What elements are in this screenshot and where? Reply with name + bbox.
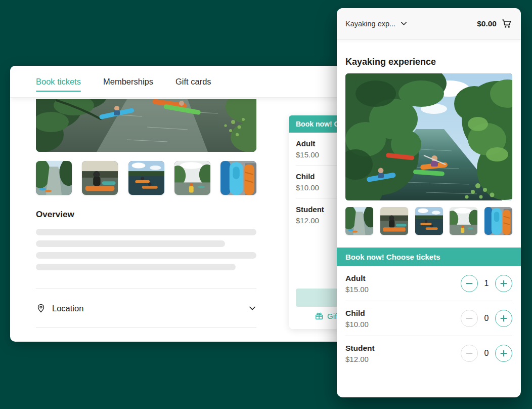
gift-icon: [315, 311, 324, 320]
tab-bar: Book tickets Memberships Gift cards: [10, 66, 349, 98]
thumb-river-trees-graphic: [36, 161, 72, 195]
experience-thumbnails: [345, 207, 512, 235]
river-photo-graphic: [36, 99, 256, 152]
thumb-lake-kayaks-graphic: [128, 161, 164, 195]
quantity-stepper: 1: [461, 275, 512, 292]
tab-memberships[interactable]: Memberships: [103, 66, 153, 97]
quantity-stepper: 0: [461, 345, 512, 362]
skeleton-line: [36, 240, 225, 247]
tab-gift-cards-label: Gift cards: [175, 77, 211, 87]
skeleton-line: [36, 252, 256, 259]
river-scene-graphic: [345, 73, 512, 200]
gallery-thumbnail-2[interactable]: [82, 161, 118, 195]
section-divider: [36, 289, 256, 289]
thumb-river-cloudy-graphic: [450, 207, 477, 235]
ticket-price: $12.00: [345, 355, 375, 363]
quantity-stepper: 0: [461, 310, 512, 327]
thumb-river-trees-graphic: [345, 207, 373, 235]
increase-quantity-button[interactable]: [495, 345, 512, 362]
experience-thumbnail-3[interactable]: [415, 207, 443, 235]
choose-tickets-banner: Book now! Choose tickets: [337, 248, 521, 266]
cart-total: $0.00: [477, 19, 497, 28]
location-accordion[interactable]: Location: [36, 299, 256, 318]
quantity-value: 0: [478, 314, 495, 323]
gallery-main-photo[interactable]: [36, 99, 256, 152]
thumb-person-kayak-graphic: [82, 161, 118, 195]
ticket-row-student: Student $12.00 0: [345, 336, 512, 371]
gift-tickets-link[interactable]: Gift: [315, 311, 339, 320]
ticket-selector-list: Adult $15.00 1 Child $10.00 0: [337, 266, 521, 371]
page-background: Book tickets Memberships Gift cards: [0, 0, 532, 409]
location-label: Location: [52, 304, 248, 313]
gallery-thumbnail-5[interactable]: [220, 161, 256, 195]
increase-quantity-button[interactable]: [495, 310, 512, 327]
tab-book-tickets[interactable]: Book tickets: [36, 66, 81, 97]
gallery-thumbnail-1[interactable]: [36, 161, 72, 195]
increase-quantity-button[interactable]: [495, 275, 512, 292]
ticket-row-adult: Adult $15.00 1: [345, 266, 512, 301]
ticket-price: $10.00: [345, 320, 369, 329]
chevron-down-icon: [400, 20, 408, 28]
decrease-quantity-button[interactable]: [461, 345, 478, 362]
thumb-lake-kayaks-graphic: [415, 207, 443, 235]
checkout-widget: Kayaking exp... $0.00 Kayakin: [337, 8, 521, 397]
thumb-kayaks-closeup-graphic: [220, 161, 256, 195]
experience-thumbnail-2[interactable]: [380, 207, 408, 235]
tab-memberships-label: Memberships: [103, 77, 153, 87]
quantity-value: 1: [478, 279, 495, 288]
ticket-info: Adult $15.00: [345, 274, 369, 294]
chevron-down-icon: [248, 304, 256, 312]
ticket-name: Child: [345, 309, 369, 318]
quantity-value: 0: [478, 349, 495, 358]
ticket-row-child: Child $10.00 0: [345, 301, 512, 336]
thumb-person-kayak-graphic: [380, 207, 408, 235]
thumb-river-cloudy-graphic: [174, 161, 210, 195]
section-divider: [36, 328, 256, 328]
cart-summary[interactable]: $0.00: [477, 18, 512, 29]
ticket-name: Student: [345, 344, 375, 353]
experience-thumbnail-5[interactable]: [484, 207, 512, 235]
ticket-name: Adult: [345, 274, 369, 283]
overview-heading: Overview: [36, 210, 74, 220]
ticket-price: $15.00: [345, 285, 369, 294]
thumb-kayaks-closeup-graphic: [484, 207, 512, 235]
gallery-thumbnail-3[interactable]: [128, 161, 164, 195]
experience-main-photo[interactable]: [345, 73, 512, 200]
skeleton-line: [36, 229, 256, 235]
decrease-quantity-button[interactable]: [461, 310, 478, 327]
experience-thumbnail-1[interactable]: [345, 207, 373, 235]
ticket-info: Student $12.00: [345, 344, 375, 363]
widget-top-bar: Kayaking exp... $0.00: [337, 8, 521, 39]
ticket-info: Child $10.00: [345, 309, 369, 329]
gallery-thumbnails: [36, 161, 256, 195]
tab-book-tickets-label: Book tickets: [36, 77, 81, 87]
experience-thumbnail-4[interactable]: [450, 207, 477, 235]
skeleton-line: [36, 264, 236, 270]
tab-gift-cards[interactable]: Gift cards: [175, 66, 211, 97]
shopping-cart-icon: [501, 18, 512, 29]
decrease-quantity-button[interactable]: [461, 275, 478, 292]
map-pin-icon: [36, 303, 46, 313]
experience-selector-label: Kayaking exp...: [345, 20, 395, 28]
experience-title: Kayaking experience: [345, 57, 436, 67]
gallery-thumbnail-4[interactable]: [174, 161, 210, 195]
experience-selector-dropdown[interactable]: Kayaking exp...: [345, 20, 408, 28]
